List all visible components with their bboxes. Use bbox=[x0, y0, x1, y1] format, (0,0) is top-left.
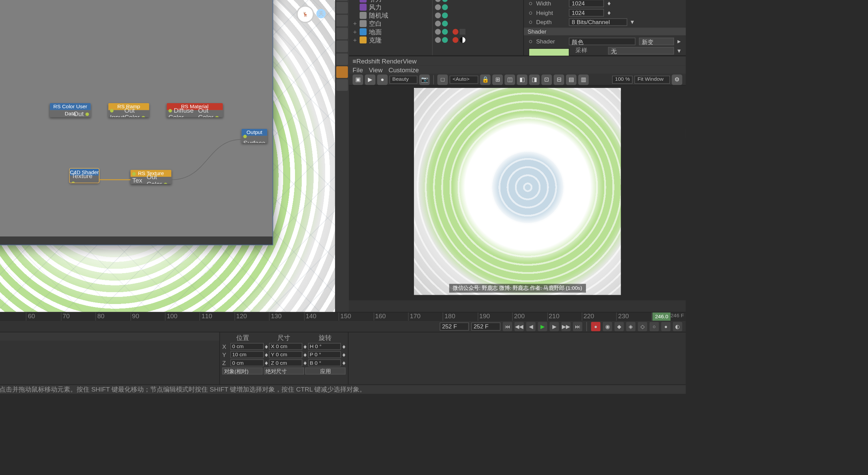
rc-10[interactable] bbox=[336, 79, 348, 91]
rv-6[interactable]: ▤ bbox=[566, 74, 576, 85]
tl-goto-end-icon[interactable]: ⏭ bbox=[573, 322, 583, 331]
object-row-5[interactable]: 随机域 bbox=[349, 11, 432, 19]
viewport-right-toolbar bbox=[335, 0, 349, 312]
attr-shader-field[interactable]: 颜色 bbox=[569, 37, 636, 45]
rc-6[interactable] bbox=[336, 28, 348, 39]
tl-key-6[interactable]: ◐ bbox=[673, 322, 683, 331]
redshift-renderview: ≡ Redshift RenderView File View Customiz… bbox=[349, 56, 686, 300]
rv-title: Redshift RenderView bbox=[356, 57, 417, 64]
attr-sample-field[interactable]: 无 bbox=[608, 47, 674, 54]
rv-5[interactable]: ⊟ bbox=[554, 74, 564, 85]
attr-sample-label: 采样 bbox=[575, 46, 605, 55]
sg-statusbar: Ready bbox=[0, 236, 273, 245]
coord-row-y: Y10 cm♦Y 0 cm♦P 0 °♦ bbox=[222, 350, 346, 359]
coord-row-x: X0 cm♦X 0 cm♦H 0 °♦ bbox=[222, 342, 346, 350]
coord-row-z: Z0 cm♦Z 0 cm♦B 0 °♦ bbox=[222, 359, 346, 367]
rc-7[interactable] bbox=[336, 40, 348, 52]
rv-render-output: 微信公众号: 野鹿志 微博: 野鹿志 作者: 马鹿野郎 (1:00s) bbox=[414, 88, 621, 295]
bottom-spacer bbox=[349, 332, 686, 384]
rv-snapshot-icon[interactable]: 📷 bbox=[419, 74, 430, 85]
tl-play-icon[interactable]: ▶ bbox=[538, 322, 547, 331]
rc-5[interactable] bbox=[336, 15, 348, 26]
attribute-manager: 属性 模式 编辑 用户数据 ← ↑ → C4D Shader Node [C4D… bbox=[524, 0, 686, 55]
attr-height-label: Height bbox=[536, 9, 565, 16]
rc-8[interactable] bbox=[336, 53, 348, 65]
rv-menu-file[interactable]: File bbox=[353, 66, 363, 73]
rv-mode-select[interactable]: <Auto> bbox=[450, 75, 478, 83]
tl-record-icon[interactable]: ● bbox=[591, 322, 600, 331]
coord-hdr-rot: 旋转 bbox=[304, 334, 346, 342]
timeline: 0102030405060708090100110120130140150160… bbox=[0, 312, 686, 332]
rv-fit-select[interactable]: Fit Window bbox=[635, 75, 670, 83]
shader-graph-window[interactable]: Redshift Shader Graph - RS Material — □ … bbox=[0, 0, 273, 245]
rv-ipr-icon[interactable]: ▶ bbox=[365, 74, 375, 85]
tl-prev-icon[interactable]: ◀ bbox=[526, 322, 536, 331]
object-tags-column bbox=[432, 0, 524, 55]
rc-3[interactable] bbox=[336, 0, 348, 1]
node-rs-color-user-data[interactable]: RS Color User Data Out bbox=[50, 103, 91, 117]
coord-hdr-pos: 位置 bbox=[222, 334, 263, 342]
tl-key-4[interactable]: ○ bbox=[650, 322, 659, 331]
rc-4[interactable] bbox=[336, 2, 348, 14]
object-row-6[interactable]: +空白 bbox=[349, 19, 432, 27]
rv-stop-icon[interactable]: ● bbox=[377, 74, 388, 85]
helper-close-icon[interactable]: 关 bbox=[316, 9, 326, 18]
status-hint: 移动：点击并拖动鼠标移动元素。按住 SHIFT 键最化移动；节点编辑模式时按住 … bbox=[0, 385, 366, 394]
attr-depth-field[interactable]: 8 Bits/Channel bbox=[569, 18, 627, 25]
node-rs-material[interactable]: RS Material Diffuse ColorOut Color bbox=[167, 103, 223, 117]
object-row-3[interactable]: 引力 bbox=[349, 0, 432, 3]
sg-graph-canvas[interactable]: Shader Graph RS Color User Data Out RS R… bbox=[0, 0, 273, 236]
coord-mode2[interactable]: 绝对尺寸 bbox=[264, 367, 304, 375]
coord-apply-button[interactable]: 应用 bbox=[305, 367, 346, 375]
node-output[interactable]: Output Surface bbox=[241, 129, 267, 143]
rv-7[interactable]: ▥ bbox=[578, 74, 589, 85]
tl-key-5[interactable]: ● bbox=[661, 322, 671, 331]
timeline-ruler[interactable]: 0102030405060708090100110120130140150160… bbox=[0, 312, 686, 321]
object-row-8[interactable]: +克隆 bbox=[349, 36, 432, 44]
rv-render-icon[interactable]: ▣ bbox=[353, 74, 363, 85]
tl-step-back-icon[interactable]: ◀◀ bbox=[514, 322, 524, 331]
node-c4d-shader[interactable]: C4D Shader Texture bbox=[70, 169, 99, 183]
tl-current-field[interactable]: 252 F bbox=[440, 322, 469, 330]
attr-shader-btn[interactable]: 新变 bbox=[639, 37, 674, 45]
rv-zoom-field[interactable]: 100 % bbox=[612, 75, 633, 83]
rv-1[interactable]: ◫ bbox=[505, 74, 515, 85]
tl-next-icon[interactable]: ▶ bbox=[550, 322, 559, 331]
attr-width-label: Width bbox=[536, 0, 565, 6]
tl-key-3[interactable]: ◇ bbox=[638, 322, 647, 331]
rv-2[interactable]: ◧ bbox=[517, 74, 527, 85]
coordinate-manager: 位置 尺寸 旋转 X0 cm♦X 0 cm♦H 0 °♦Y10 cm♦Y 0 c… bbox=[220, 332, 349, 384]
rv-settings-icon[interactable]: ⚙ bbox=[672, 74, 682, 85]
object-row-7[interactable]: +地面 bbox=[349, 28, 432, 36]
attr-depth-label: Depth bbox=[536, 19, 565, 25]
rv-menu-view[interactable]: View bbox=[369, 66, 383, 73]
rv-grid-icon[interactable]: ⊞ bbox=[492, 74, 503, 85]
helper-bubble-icon[interactable]: 🦌 bbox=[296, 5, 314, 23]
node-rs-ramp[interactable]: RS Ramp InputOut Color bbox=[108, 103, 149, 117]
tl-key-2[interactable]: ◈ bbox=[626, 322, 636, 331]
tl-key-1[interactable]: ◆ bbox=[614, 322, 624, 331]
timeline-playhead[interactable]: 246.0 bbox=[653, 312, 671, 321]
tl-step-fwd-icon[interactable]: ▶▶ bbox=[561, 322, 571, 331]
coord-mode1[interactable]: 对象(相对) bbox=[222, 367, 262, 375]
coord-hdr-size: 尺寸 bbox=[263, 334, 304, 342]
rv-aov-select[interactable]: Beauty bbox=[389, 75, 417, 83]
rv-region-icon[interactable]: □ bbox=[437, 74, 448, 85]
rv-caption: 微信公众号: 野鹿志 微博: 野鹿志 作者: 马鹿野郎 (1:00s) bbox=[449, 284, 586, 293]
tl-goto-start-icon[interactable]: ⏮ bbox=[503, 322, 512, 331]
object-row-4[interactable]: 风力 bbox=[349, 3, 432, 11]
rv-3[interactable]: ◨ bbox=[529, 74, 540, 85]
tl-autokey-icon[interactable]: ◉ bbox=[603, 322, 612, 331]
attr-width-field[interactable]: 1024 bbox=[569, 0, 604, 7]
tl-current2-field[interactable]: 252 F bbox=[471, 322, 500, 330]
rv-canvas[interactable]: 微信公众号: 野鹿志 微博: 野鹿志 作者: 马鹿野郎 (1:00s) bbox=[349, 86, 686, 300]
rv-4[interactable]: ⊡ bbox=[541, 74, 552, 85]
attr-height-field[interactable]: 1024 bbox=[569, 9, 604, 16]
statusbar: Redshift Error: Material 'RS Material' i… bbox=[0, 384, 686, 394]
object-manager: 文件 编辑 查看 对象 标签 书签 +平面RS Dome Light-消光引力风… bbox=[349, 0, 686, 56]
node-rs-texture[interactable]: RS Texture Tex 0Out Color bbox=[131, 170, 172, 184]
rv-menu-customize[interactable]: Customize bbox=[389, 66, 419, 73]
material-manager: 创建 编辑 功能 纹理 Cycles 4D RS Mate RS Mate bbox=[0, 332, 220, 384]
rc-9[interactable] bbox=[336, 66, 348, 78]
rv-lock-icon[interactable]: 🔒 bbox=[480, 74, 491, 85]
